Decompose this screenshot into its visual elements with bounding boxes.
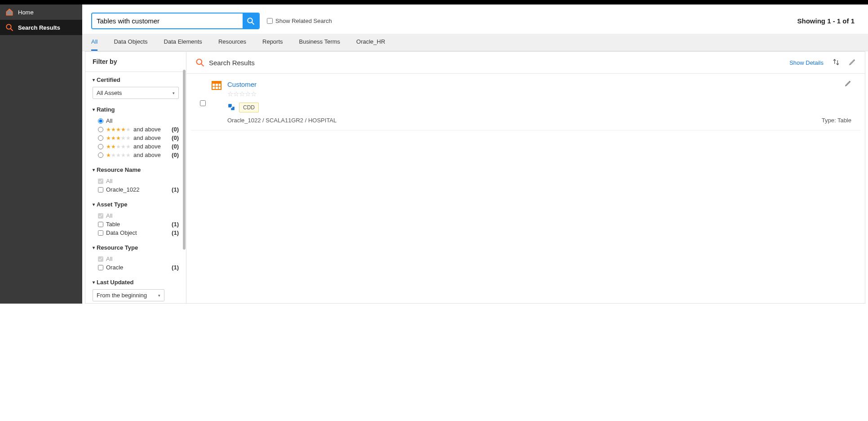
result-item: Customer ☆☆☆☆☆ CDD [191,74,860,130]
result-count-text: Showing 1 - 1 of 1 [797,17,859,25]
result-edit-button[interactable] [845,80,851,88]
rating-all-label: All [106,117,112,124]
filter-title-last-updated[interactable]: Last Updated [93,279,179,286]
pencil-icon [849,58,856,66]
resource-type-all-checkbox[interactable] [98,256,103,262]
tab-data-elements[interactable]: Data Elements [164,34,202,51]
svg-point-4 [197,59,202,65]
svg-point-0 [6,24,11,29]
resource-name-all-checkbox[interactable] [98,179,103,184]
home-icon [5,8,13,16]
rating-radio-2[interactable] [98,144,103,149]
filter-header: Filter by [85,52,186,72]
tab-reports[interactable]: Reports [262,34,283,51]
tab-all[interactable]: All [91,34,97,51]
rating-2-count: (0) [172,143,179,150]
rating-option-all[interactable]: All [93,116,179,125]
tab-data-objects[interactable]: Data Objects [114,34,147,51]
last-updated-selected: From the beginning [97,292,147,299]
resource-type-label-0: Oracle [106,264,123,271]
filter-section-rating: Rating All ★★★★★ and above [93,106,179,159]
result-checkbox[interactable] [200,83,206,124]
asset-type-all[interactable]: All [93,211,179,220]
rating-1-label: and above [133,152,161,158]
pencil-icon [845,80,851,87]
filter-title-rating[interactable]: Rating [93,106,179,113]
filter-title-asset-type[interactable]: Asset Type [93,201,179,208]
result-name-link[interactable]: Customer [227,81,257,88]
resource-type-all[interactable]: All [93,255,179,263]
search-button[interactable] [243,13,259,28]
filter-section-asset-type: Asset Type All Table [93,201,179,237]
results-title: Search Results [209,59,255,67]
rating-option-2[interactable]: ★★★★★ and above (0) [93,142,179,151]
resource-name-checkbox-0[interactable] [98,187,103,193]
resource-type-option-0[interactable]: Oracle (1) [93,263,179,272]
tab-resources[interactable]: Resources [218,34,246,51]
asset-type-option-1[interactable]: Data Object (1) [93,228,179,237]
rating-radio-all[interactable] [98,118,103,124]
show-details-link[interactable]: Show Details [789,59,824,66]
svg-rect-7 [212,81,221,84]
filter-title-resource-type[interactable]: Resource Type [93,244,179,251]
show-related-checkbox[interactable] [267,18,273,24]
svg-line-1 [10,28,13,31]
resource-name-all-label: All [106,178,112,184]
filter-scrollbar[interactable] [182,70,186,250]
edit-button[interactable] [849,58,856,67]
filter-title-resource-name[interactable]: Resource Name [93,166,179,173]
resource-type-count-0: (1) [172,264,179,271]
tab-business-terms[interactable]: Business Terms [299,34,341,51]
search-input[interactable] [92,13,243,28]
rating-option-3[interactable]: ★★★★★ and above (0) [93,134,179,142]
asset-type-checkbox-1[interactable] [98,230,103,236]
svg-rect-13 [231,107,232,108]
result-rating-stars[interactable]: ☆☆☆☆☆ [227,90,851,98]
filter-title-certified[interactable]: Certified [93,76,179,83]
tabs-bar: All Data Objects Data Elements Resources… [82,34,868,51]
sort-button[interactable] [833,58,840,67]
resource-name-all[interactable]: All [93,177,179,185]
rating-radio-4[interactable] [98,127,103,132]
filter-section-resource-type: Resource Type All Oracle [93,244,179,272]
asset-type-option-0[interactable]: Table (1) [93,220,179,228]
result-type: Type: Table [822,117,851,124]
tag-badge[interactable]: CDD [239,103,259,112]
asset-type-checkbox-0[interactable] [98,222,103,227]
resource-name-option-0[interactable]: Oracle_1022 (1) [93,185,179,194]
stars-4-icon: ★★★★★ [106,126,131,133]
tab-oracle-hr[interactable]: Oracle_HR [356,34,385,51]
rating-radio-1[interactable] [98,152,103,158]
table-icon [211,80,222,124]
rating-option-1[interactable]: ★★★★★ and above (0) [93,151,179,159]
results-header: Search Results Show Details [186,52,865,74]
domain-icon [227,103,235,112]
show-related-search[interactable]: Show Related Search [267,18,332,24]
sort-icon [833,58,840,66]
sidebar-item-search-results[interactable]: Search Results [0,20,82,35]
search-bar-row: Show Related Search Showing 1 - 1 of 1 [82,4,868,34]
filter-scrollbar-thumb[interactable] [183,70,186,250]
filter-section-last-updated: Last Updated From the beginning [93,279,179,301]
resource-name-label-0: Oracle_1022 [106,186,139,193]
rating-4-count: (0) [172,126,179,133]
resource-type-all-label: All [106,255,112,262]
stars-1-icon: ★★★★★ [106,152,131,158]
last-updated-select[interactable]: From the beginning [93,289,164,301]
resource-type-checkbox-0[interactable] [98,265,103,270]
results-panel: Search Results Show Details [186,52,865,303]
top-bar [0,0,868,4]
sidebar-label-search-results: Search Results [18,24,60,31]
rating-radio-3[interactable] [98,135,103,141]
asset-type-all-label: All [106,212,112,219]
show-related-label: Show Related Search [275,18,332,24]
asset-type-count-1: (1) [172,229,179,236]
svg-point-2 [248,18,252,23]
rating-option-4[interactable]: ★★★★★ and above (0) [93,125,179,134]
sidebar-item-home[interactable]: Home [0,4,82,20]
filter-panel: Filter by Certified All Assets Rating [85,52,186,303]
asset-type-all-checkbox[interactable] [98,213,103,219]
filter-section-resource-name: Resource Name All Oracle_1022 [93,166,179,194]
certified-select[interactable]: All Assets [93,87,179,99]
search-box [91,13,260,29]
